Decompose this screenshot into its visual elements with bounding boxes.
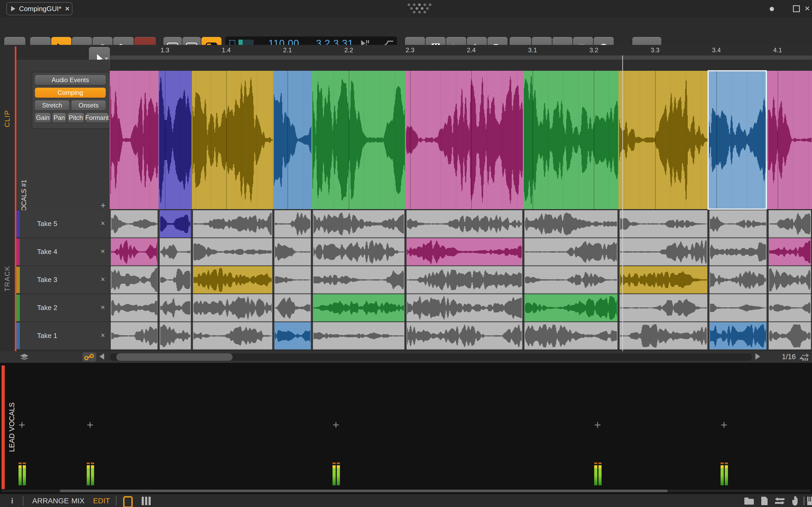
comping-button[interactable]: Comping: [35, 88, 106, 98]
link-takes-button[interactable]: [83, 352, 96, 362]
ruler-tick[interactable]: 3.3: [645, 47, 666, 54]
divider: [23, 496, 23, 506]
inter-device-meter: [87, 463, 94, 485]
status-bar: i ARRANGE MIX EDIT: [0, 493, 812, 507]
take-lane-header[interactable]: Take 1×: [16, 322, 110, 350]
io-swap-icon[interactable]: [774, 497, 785, 505]
tab-arrange[interactable]: ARRANGE: [32, 497, 69, 505]
timeline-ruler[interactable]: 1.31.42.12.22.32.43.13.23.33.44.1: [0, 47, 812, 55]
onsets-button[interactable]: Onsets: [71, 100, 106, 110]
track-color-strip: [2, 365, 5, 489]
take-label[interactable]: Take 4: [37, 248, 57, 256]
device-track-name[interactable]: LEAD VOCALS: [8, 402, 16, 452]
take-label[interactable]: Take 2: [37, 304, 57, 312]
take-lane-waveform[interactable]: [110, 266, 812, 294]
link-icon: [84, 353, 95, 360]
zoom-strip[interactable]: [110, 55, 812, 60]
ruler-tick[interactable]: 2.4: [461, 47, 482, 54]
formant-button[interactable]: Formant: [86, 113, 108, 122]
project-tab[interactable]: CompingGUI* ×: [6, 2, 72, 15]
window-close-button[interactable]: ×: [805, 3, 810, 13]
add-device-button[interactable]: +: [333, 418, 339, 432]
window-minimize-button[interactable]: [770, 7, 774, 11]
window-restore-button[interactable]: [793, 5, 800, 12]
add-device-button[interactable]: +: [720, 418, 727, 432]
grid-zoom-value[interactable]: 1/16: [782, 353, 804, 361]
single-panel-layout-button[interactable]: [123, 496, 133, 507]
ruler-tick[interactable]: 4.1: [767, 47, 788, 54]
stretch-button[interactable]: Stretch: [35, 100, 69, 110]
h-scrollbar-track[interactable]: [110, 353, 752, 361]
ruler-tick[interactable]: 1.4: [216, 47, 237, 54]
playhead[interactable]: [622, 55, 623, 351]
h-scrollbar-thumb[interactable]: [116, 353, 233, 361]
pan-button[interactable]: Pan: [52, 113, 66, 122]
tab-edit[interactable]: EDIT: [93, 497, 110, 505]
ruler-tick[interactable]: 3.1: [522, 47, 543, 54]
piano-keyboard-icon[interactable]: [807, 497, 812, 505]
device-scrollbar-thumb[interactable]: [60, 490, 668, 492]
ruler-tick[interactable]: 2.2: [338, 47, 359, 54]
inter-device-meter: [720, 463, 728, 485]
take-lane-waveform[interactable]: [110, 322, 812, 350]
inter-device-meter: [18, 463, 26, 485]
ruler-tick[interactable]: 1.3: [154, 47, 175, 54]
tab-clip[interactable]: CLIP: [3, 110, 11, 127]
clip-header-panel: Audio Events Comping Stretch Onsets Gain…: [16, 60, 110, 210]
touch-mode-icon[interactable]: [791, 496, 800, 506]
layers-icon[interactable]: [19, 353, 30, 361]
take-lane-waveform[interactable]: [110, 294, 812, 322]
take-lane-waveform[interactable]: [110, 238, 812, 266]
scroll-right-arrow[interactable]: [755, 353, 760, 360]
ruler-tick[interactable]: 3.4: [706, 47, 727, 54]
left-tab-strip: CLIP TRACK: [0, 47, 15, 353]
take-label[interactable]: Take 5: [37, 220, 57, 228]
add-device-button[interactable]: +: [18, 418, 26, 432]
take-remove-button[interactable]: ×: [101, 331, 105, 340]
take-remove-button[interactable]: ×: [101, 275, 105, 284]
tab-mix[interactable]: MIX: [71, 497, 85, 505]
add-take-button[interactable]: +: [100, 200, 106, 211]
take-color-strip: [16, 323, 20, 349]
device-gap: +: [718, 365, 730, 489]
take-lane-header[interactable]: Take 5×: [16, 210, 110, 238]
audio-events-button[interactable]: Audio Events: [35, 75, 106, 85]
take-label[interactable]: Take 1: [37, 332, 57, 340]
add-device-button[interactable]: +: [87, 418, 94, 432]
take-remove-button[interactable]: ×: [101, 247, 105, 256]
take-lane-header[interactable]: Take 2×: [16, 294, 110, 322]
selected-segment-outline[interactable]: [708, 70, 767, 210]
ruler-tick[interactable]: 2.3: [399, 47, 420, 54]
info-icon[interactable]: i: [11, 496, 13, 505]
bitwig-window: CompingGUI* × × FILE PLAY w + w: [0, 0, 812, 507]
take-remove-button[interactable]: ×: [101, 219, 105, 228]
divider: [804, 497, 804, 505]
device-panel: LEAD VOCALS +++++ DE-ESSER 4.49 kHz 4 10: [0, 363, 812, 493]
add-device-button[interactable]: +: [594, 418, 601, 432]
device-scrollbar-track[interactable]: [2, 490, 810, 492]
bitwig-logo: [405, 3, 434, 14]
project-play-icon[interactable]: [11, 6, 15, 11]
take-lane-header[interactable]: Take 4×: [16, 238, 110, 266]
multi-panel-layout-button[interactable]: [142, 497, 151, 505]
comping-options-panel: Audio Events Comping Stretch Onsets Gain…: [32, 72, 110, 129]
take-color-strip: [16, 211, 20, 237]
edit-footer: 1/16: [0, 351, 812, 363]
scroll-left-arrow[interactable]: [99, 353, 104, 360]
browser-folder-icon[interactable]: [744, 497, 754, 505]
gain-button[interactable]: Gain: [35, 113, 51, 122]
take-label[interactable]: Take 3: [37, 276, 57, 284]
comping-clip-waveform[interactable]: [110, 71, 812, 209]
project-tab-title[interactable]: CompingGUI*: [19, 5, 61, 13]
ruler-tick[interactable]: 2.1: [277, 47, 298, 54]
follow-playhead-icon[interactable]: [801, 353, 810, 361]
tab-track[interactable]: TRACK: [3, 266, 11, 291]
take-lane-waveform[interactable]: [110, 210, 812, 238]
pitch-button[interactable]: Pitch: [68, 113, 84, 122]
take-remove-button[interactable]: ×: [101, 303, 105, 312]
device-gap: +: [16, 365, 29, 489]
ruler-tick[interactable]: 3.2: [583, 47, 605, 54]
take-lane-header[interactable]: Take 3×: [16, 266, 110, 294]
file-inspector-icon[interactable]: [760, 496, 769, 506]
project-close-icon[interactable]: ×: [65, 4, 69, 13]
